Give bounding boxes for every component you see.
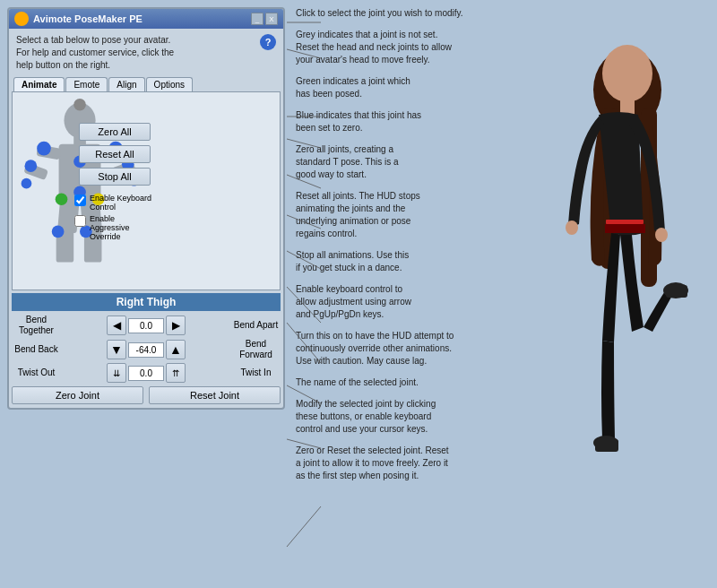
- svg-point-20: [52, 226, 65, 238]
- svg-point-16: [22, 178, 32, 189]
- svg-point-30: [566, 220, 578, 235]
- twist-out-controls: ⇊ ⇈: [64, 363, 229, 383]
- annotation-1: Grey indicates that a joint is not set.R…: [296, 29, 484, 66]
- bend-together-controls: ◀ ▶: [64, 316, 229, 335]
- enable-aggressive-checkbox[interactable]: [74, 215, 86, 227]
- bend-back-controls: ▼ ▲: [64, 340, 229, 359]
- annotations-panel: Click to select the joint you wish to mo…: [296, 7, 484, 491]
- svg-point-31: [655, 228, 668, 242]
- avatar-area: [502, 9, 708, 578]
- bend-together-value[interactable]: [128, 318, 164, 333]
- joint-name: Right Thigh: [117, 296, 177, 308]
- minimize-button[interactable]: _: [251, 13, 263, 25]
- zero-joint-button[interactable]: Zero Joint: [12, 386, 143, 404]
- annotation-9: The name of the selected joint.: [296, 376, 484, 389]
- help-button[interactable]: ?: [260, 34, 276, 50]
- window-title: Avimote PoseMaker PE: [33, 13, 143, 24]
- tab-options[interactable]: Options: [146, 77, 193, 91]
- enable-aggressive-label: Enable Aggressive Override: [90, 214, 155, 241]
- svg-rect-32: [605, 224, 645, 233]
- bend-forward-label: Bend Forward: [231, 339, 281, 360]
- figure-area: Zero All Reset All Stop All Enable Keybo…: [16, 96, 155, 286]
- title-buttons: _ X: [251, 13, 278, 25]
- twist-out-down-btn[interactable]: ⇊: [107, 363, 126, 383]
- annotation-7: Enable keyboard control toallow adjustme…: [296, 283, 484, 321]
- title-bar-left: Avimote PoseMaker PE: [14, 12, 143, 26]
- svg-rect-34: [595, 439, 618, 452]
- header-text: Select a tab below to pose your avatar. …: [16, 34, 255, 72]
- bottom-buttons: Zero Joint Reset Joint: [12, 386, 281, 404]
- reset-joint-button[interactable]: Reset Joint: [149, 386, 281, 404]
- svg-point-18: [56, 193, 68, 205]
- annotation-2: Green indicates a joint whichhas been po…: [296, 75, 484, 100]
- svg-rect-37: [606, 220, 644, 224]
- header-area: Select a tab below to pose your avatar. …: [9, 29, 283, 77]
- annotation-3: Blue indicates that this joint hasbeen s…: [296, 109, 484, 134]
- reset-all-button[interactable]: Reset All: [79, 145, 151, 163]
- annotation-5: Reset all joints. The HUD stopsanimating…: [296, 190, 484, 240]
- stop-all-button[interactable]: Stop All: [79, 168, 151, 186]
- annotation-6: Stop all animations. Use thisif you get …: [296, 249, 484, 274]
- svg-point-14: [25, 160, 38, 172]
- annotation-0: Click to select the joint you wish to mo…: [296, 7, 484, 20]
- tabs-row: Animate Emote Align Options: [9, 77, 283, 91]
- title-bar: Avimote PoseMaker PE _ X: [9, 9, 283, 29]
- app-icon: [14, 12, 29, 26]
- svg-point-28: [602, 45, 652, 102]
- bend-together-label: Bend Together: [12, 315, 61, 336]
- adjustment-grid: Bend Together ◀ ▶ Bend Apart Bend Back ▼…: [12, 315, 281, 383]
- tab-emote[interactable]: Emote: [65, 77, 108, 91]
- twist-out-label: Twist Out: [12, 368, 61, 378]
- close-button[interactable]: X: [265, 13, 278, 25]
- bend-back-label: Bend Back: [12, 344, 61, 355]
- bend-back-up-btn[interactable]: ▲: [166, 340, 186, 359]
- svg-point-12: [37, 142, 51, 156]
- tab-align[interactable]: Align: [108, 77, 144, 91]
- twist-out-up-btn[interactable]: ⇈: [166, 363, 186, 383]
- annotation-4: Zero all joints, creating astandard T po…: [296, 143, 484, 181]
- main-panel: Avimote PoseMaker PE _ X Select a tab be…: [7, 7, 285, 410]
- annotation-8: Turn this on to have the HUD attempt toc…: [296, 330, 484, 368]
- enable-keyboard-checkbox[interactable]: [74, 195, 86, 206]
- enable-keyboard-row: Enable Keyboard Control: [74, 194, 155, 212]
- action-buttons: Zero All Reset All Stop All Enable Keybo…: [74, 96, 155, 241]
- bend-back-down-btn[interactable]: ▼: [107, 340, 126, 359]
- annotation-11: Zero or Reset the selected joint. Reseta…: [296, 445, 484, 482]
- enable-keyboard-label: Enable Keyboard Control: [90, 194, 155, 212]
- twist-in-label: Twist In: [231, 368, 281, 378]
- enable-aggressive-row: Enable Aggressive Override: [74, 214, 155, 241]
- svg-line-49: [287, 506, 321, 547]
- bend-back-value[interactable]: [128, 342, 164, 358]
- avatar-svg: [502, 9, 708, 578]
- content-area: Zero All Reset All Stop All Enable Keybo…: [12, 91, 281, 290]
- svg-rect-36: [666, 285, 687, 298]
- zero-all-button[interactable]: Zero All: [79, 123, 151, 141]
- bend-together-left-btn[interactable]: ◀: [107, 316, 126, 335]
- joint-name-bar: Right Thigh: [12, 293, 281, 311]
- tab-animate[interactable]: Animate: [13, 77, 65, 91]
- bend-apart-label: Bend Apart: [231, 320, 281, 331]
- twist-out-value[interactable]: [128, 366, 164, 381]
- annotation-10: Modify the selected joint by clickingthe…: [296, 398, 484, 436]
- bend-together-right-btn[interactable]: ▶: [166, 316, 186, 335]
